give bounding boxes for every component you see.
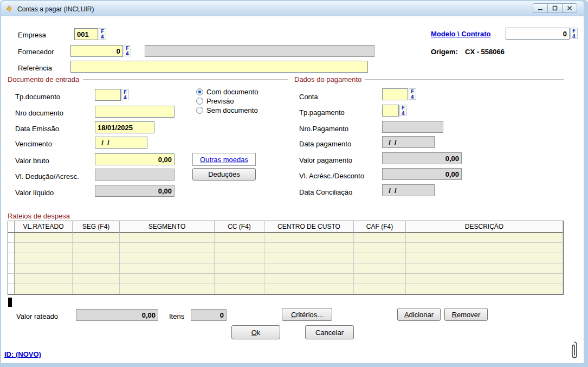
table-cell[interactable]	[264, 263, 354, 274]
valor-bruto-label: Valor bruto	[15, 157, 49, 165]
table-row[interactable]	[8, 274, 563, 284]
table-cell[interactable]	[406, 284, 563, 294]
modelo-contrato-link[interactable]: Modelo \ Contrato	[431, 30, 491, 38]
table-cell[interactable]	[215, 274, 264, 284]
table-cell[interactable]	[15, 263, 73, 274]
table-cell[interactable]	[354, 263, 406, 274]
row-gutter[interactable]	[8, 274, 15, 284]
vencimento-input[interactable]	[95, 137, 147, 149]
table-cell[interactable]	[354, 274, 406, 284]
row-gutter[interactable]	[8, 284, 15, 294]
table-cell[interactable]	[15, 253, 73, 263]
fornecedor-input[interactable]	[70, 45, 123, 57]
f4-lookup-icon[interactable]: F4	[124, 45, 131, 56]
table-cell[interactable]	[406, 263, 563, 274]
table-cell[interactable]	[215, 284, 264, 294]
radio-selected-icon[interactable]	[196, 88, 203, 95]
data-emissao-input[interactable]	[95, 121, 154, 133]
f4-lookup-icon[interactable]: F4	[570, 28, 578, 39]
table-cell[interactable]	[73, 253, 120, 263]
table-cell[interactable]	[264, 243, 354, 253]
radio-previsao[interactable]: Previsão	[196, 97, 234, 105]
tp-pagamento-input[interactable]	[382, 105, 399, 117]
table-row[interactable]	[8, 263, 563, 274]
table-row[interactable]	[8, 284, 563, 294]
radio-unselected-icon[interactable]	[196, 98, 203, 105]
nro-documento-input[interactable]	[95, 106, 175, 118]
criterios-button[interactable]: Critérios...	[282, 308, 332, 321]
f4-lookup-icon[interactable]: F4	[99, 28, 106, 40]
table-cell[interactable]	[354, 253, 406, 263]
table-cell[interactable]	[264, 253, 354, 263]
adicionar-button[interactable]: Adicionar	[397, 308, 441, 321]
table-cell[interactable]	[73, 263, 120, 274]
row-gutter[interactable]	[8, 243, 15, 253]
id-novo-link[interactable]: ID: (NOVO)	[4, 350, 41, 358]
f4-lookup-icon[interactable]: F4	[409, 88, 416, 100]
table-cell[interactable]	[215, 233, 264, 243]
table-cell[interactable]	[120, 253, 215, 263]
table-cell[interactable]	[120, 233, 215, 243]
table-cell[interactable]	[215, 263, 264, 274]
table-cell[interactable]	[73, 233, 120, 243]
table-cell[interactable]	[120, 274, 215, 284]
table-cell[interactable]	[215, 253, 264, 263]
empresa-label: Empresa	[18, 31, 46, 39]
table-cell[interactable]	[406, 274, 563, 284]
window: Contas a pagar (INCLUIR) Empresa F4 Mode…	[0, 0, 588, 367]
f4-lookup-icon[interactable]: F4	[121, 89, 129, 100]
remover-button[interactable]: Remover	[444, 308, 488, 321]
table-cell[interactable]	[264, 233, 354, 243]
title-bar[interactable]: Contas a pagar (INCLUIR)	[1, 1, 584, 16]
table-cell[interactable]	[406, 243, 563, 253]
table-row[interactable]	[8, 253, 563, 263]
table-cell[interactable]	[354, 233, 406, 243]
modelo-contrato-input[interactable]	[506, 28, 570, 40]
data-conciliacao-field	[382, 184, 435, 196]
outras-moedas-link[interactable]: Outras moedas	[192, 153, 256, 166]
row-gutter[interactable]	[8, 253, 15, 263]
table-cell[interactable]	[264, 274, 354, 284]
deducao-acresc-field	[95, 169, 175, 181]
f4-lookup-icon[interactable]: F4	[399, 105, 407, 116]
table-cell[interactable]	[15, 243, 73, 253]
table-cell[interactable]	[406, 253, 563, 263]
table-row[interactable]	[8, 243, 563, 253]
empresa-input[interactable]	[74, 28, 98, 40]
ok-button[interactable]: Ok	[231, 325, 280, 339]
minimize-button[interactable]	[533, 3, 548, 13]
radio-com-documento[interactable]: Com documento	[196, 88, 258, 96]
radio-unselected-icon[interactable]	[196, 107, 203, 114]
referencia-input[interactable]	[70, 61, 368, 73]
row-gutter[interactable]	[8, 233, 15, 243]
table-cell[interactable]	[215, 243, 264, 253]
valor-bruto-input[interactable]	[95, 153, 175, 165]
table-row[interactable]	[8, 233, 563, 243]
table-cell[interactable]	[264, 284, 354, 294]
vencimento-label: Vencimento	[15, 140, 52, 148]
table-cell[interactable]	[354, 284, 406, 294]
cancelar-button[interactable]: Cancelar	[305, 325, 354, 339]
table-cell[interactable]	[73, 274, 120, 284]
table-cell[interactable]	[15, 233, 73, 243]
maximize-button[interactable]	[547, 3, 563, 13]
table-cell[interactable]	[354, 243, 406, 253]
table-cell[interactable]	[73, 284, 120, 294]
data-pagamento-label: Data pagamento	[299, 140, 351, 148]
table-cell[interactable]	[406, 233, 563, 243]
radio-sem-documento[interactable]: Sem documento	[196, 106, 258, 114]
conta-input[interactable]	[382, 88, 408, 100]
row-gutter[interactable]	[8, 263, 15, 274]
group-divider	[365, 79, 564, 80]
table-cell[interactable]	[15, 284, 73, 294]
close-button[interactable]	[562, 3, 577, 13]
deducoes-button[interactable]: Deduções	[192, 168, 256, 181]
paperclip-icon[interactable]	[570, 340, 579, 364]
tp-documento-input[interactable]	[95, 89, 121, 101]
table-cell[interactable]	[120, 243, 215, 253]
table-cell[interactable]	[15, 274, 73, 284]
table-cell[interactable]	[120, 284, 215, 294]
table-cell[interactable]	[120, 263, 215, 274]
data-conciliacao-label: Data Conciliação	[299, 188, 352, 196]
table-cell[interactable]	[73, 243, 120, 253]
